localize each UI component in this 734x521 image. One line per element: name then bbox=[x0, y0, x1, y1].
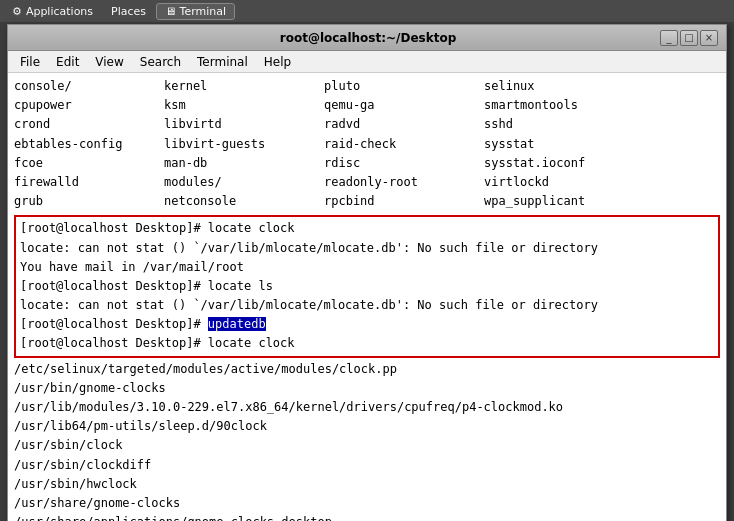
path-line: /usr/lib/modules/3.10.0-229.el7.x86_64/k… bbox=[14, 398, 720, 417]
file-item: rdisc bbox=[324, 154, 484, 173]
highlight-line: [root@localhost Desktop]# locate clock bbox=[20, 334, 714, 353]
file-item: crond bbox=[14, 115, 164, 134]
highlight-block: [root@localhost Desktop]# locate clocklo… bbox=[14, 215, 720, 357]
minimize-button[interactable]: _ bbox=[660, 30, 678, 46]
menu-view[interactable]: View bbox=[87, 53, 131, 71]
file-item: console/ bbox=[14, 77, 164, 96]
file-item: firewalld bbox=[14, 173, 164, 192]
file-item: radvd bbox=[324, 115, 484, 134]
file-item: ebtables-config bbox=[14, 135, 164, 154]
highlight-line: [root@localhost Desktop]# locate ls bbox=[20, 277, 714, 296]
file-item: modules/ bbox=[164, 173, 324, 192]
terminal-label: Terminal bbox=[180, 5, 227, 18]
file-item: selinux bbox=[484, 77, 684, 96]
terminal-window: root@localhost:~/Desktop _ □ × File Edit… bbox=[7, 24, 727, 521]
path-line: /usr/share/gnome-clocks bbox=[14, 494, 720, 513]
highlight-line: locate: can not stat () `/var/lib/mlocat… bbox=[20, 239, 714, 258]
applications-icon: ⚙ bbox=[12, 5, 22, 18]
file-item: raid-check bbox=[324, 135, 484, 154]
file-item: rpcbind bbox=[324, 192, 484, 211]
path-line: /usr/bin/gnome-clocks bbox=[14, 379, 720, 398]
file-item: sysstat bbox=[484, 135, 684, 154]
terminal-icon: 🖥 bbox=[165, 5, 176, 18]
file-item: ksm bbox=[164, 96, 324, 115]
file-item: man-db bbox=[164, 154, 324, 173]
path-line: /usr/sbin/hwclock bbox=[14, 475, 720, 494]
titlebar: root@localhost:~/Desktop _ □ × bbox=[8, 25, 726, 51]
taskbar-applications[interactable]: ⚙ Applications bbox=[4, 3, 101, 20]
updatedb-command: updatedb bbox=[208, 317, 266, 331]
file-item: grub bbox=[14, 192, 164, 211]
taskbar-terminal[interactable]: 🖥 Terminal bbox=[156, 3, 235, 20]
file-item: smartmontools bbox=[484, 96, 684, 115]
menubar: File Edit View Search Terminal Help bbox=[8, 51, 726, 73]
path-lines: /etc/selinux/targeted/modules/active/mod… bbox=[14, 360, 720, 521]
places-label: Places bbox=[111, 5, 146, 18]
menu-file[interactable]: File bbox=[12, 53, 48, 71]
path-line: /usr/lib64/pm-utils/sleep.d/90clock bbox=[14, 417, 720, 436]
file-listing: console/kernelplutoselinuxcpupowerksmqem… bbox=[14, 77, 720, 211]
file-item: virtlockd bbox=[484, 173, 684, 192]
file-item: sysstat.ioconf bbox=[484, 154, 684, 173]
path-line: /etc/selinux/targeted/modules/active/mod… bbox=[14, 360, 720, 379]
highlight-line: [root@localhost Desktop]# updatedb bbox=[20, 315, 714, 334]
highlight-line: locate: can not stat () `/var/lib/mlocat… bbox=[20, 296, 714, 315]
maximize-button[interactable]: □ bbox=[680, 30, 698, 46]
file-item: readonly-root bbox=[324, 173, 484, 192]
taskbar: ⚙ Applications Places 🖥 Terminal bbox=[0, 0, 734, 22]
file-item: pluto bbox=[324, 77, 484, 96]
menu-terminal[interactable]: Terminal bbox=[189, 53, 256, 71]
window-controls: _ □ × bbox=[660, 30, 718, 46]
taskbar-places[interactable]: Places bbox=[103, 3, 154, 20]
applications-label: Applications bbox=[26, 5, 93, 18]
file-item: libvirt-guests bbox=[164, 135, 324, 154]
menu-help[interactable]: Help bbox=[256, 53, 299, 71]
path-line: /usr/sbin/clockdiff bbox=[14, 456, 720, 475]
terminal-content[interactable]: console/kernelplutoselinuxcpupowerksmqem… bbox=[8, 73, 726, 521]
file-item: fcoe bbox=[14, 154, 164, 173]
prompt-text: [root@localhost Desktop]# bbox=[20, 317, 208, 331]
file-item: netconsole bbox=[164, 192, 324, 211]
menu-search[interactable]: Search bbox=[132, 53, 189, 71]
file-item: wpa_supplicant bbox=[484, 192, 684, 211]
file-item: libvirtd bbox=[164, 115, 324, 134]
file-item: kernel bbox=[164, 77, 324, 96]
path-line: /usr/sbin/clock bbox=[14, 436, 720, 455]
highlight-line: You have mail in /var/mail/root bbox=[20, 258, 714, 277]
menu-edit[interactable]: Edit bbox=[48, 53, 87, 71]
window-title: root@localhost:~/Desktop bbox=[76, 31, 660, 45]
close-button[interactable]: × bbox=[700, 30, 718, 46]
path-line: /usr/share/applications/gnome-clocks.des… bbox=[14, 513, 720, 521]
file-item: qemu-ga bbox=[324, 96, 484, 115]
file-item: sshd bbox=[484, 115, 684, 134]
highlight-line: [root@localhost Desktop]# locate clock bbox=[20, 219, 714, 238]
file-item: cpupower bbox=[14, 96, 164, 115]
